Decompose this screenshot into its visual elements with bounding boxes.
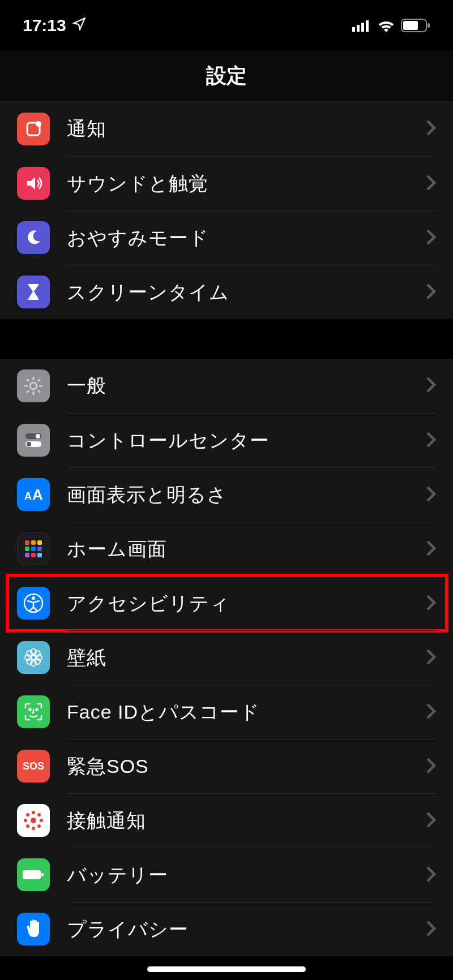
moon-icon (17, 221, 50, 254)
row-label: サウンドと触覚 (67, 171, 426, 197)
flower-icon (17, 641, 50, 674)
chevron-right-icon (426, 594, 436, 613)
svg-point-55 (31, 818, 36, 823)
row-accessibility[interactable]: アクセシビリティ (0, 576, 453, 630)
row-wallpaper[interactable]: 壁紙 (0, 630, 453, 685)
svg-line-17 (27, 390, 29, 393)
svg-rect-31 (31, 553, 36, 557)
svg-line-16 (38, 379, 40, 381)
chevron-right-icon (426, 703, 436, 722)
svg-rect-28 (31, 547, 36, 551)
svg-point-49 (24, 819, 27, 822)
row-label: 一般 (67, 373, 426, 399)
svg-rect-32 (37, 553, 42, 557)
row-exposure[interactable]: 接触通知 (0, 793, 453, 848)
row-label: ホーム画面 (67, 536, 426, 562)
row-battery[interactable]: バッテリー (0, 848, 453, 902)
row-label: アクセシビリティ (67, 591, 426, 617)
svg-point-34 (32, 596, 35, 600)
svg-point-9 (30, 382, 37, 389)
svg-point-50 (40, 819, 43, 822)
battery-row-icon (17, 858, 50, 891)
location-icon (72, 16, 87, 35)
svg-point-45 (36, 709, 38, 711)
svg-rect-3 (366, 20, 369, 32)
row-general[interactable]: 一般 (0, 359, 453, 413)
svg-rect-24 (25, 540, 29, 545)
sos-icon: SOS (17, 750, 50, 783)
exposure-icon (17, 804, 50, 837)
chevron-right-icon (426, 811, 436, 831)
svg-point-47 (32, 811, 35, 814)
status-right (352, 19, 430, 32)
row-label: コントロールセンター (67, 428, 426, 454)
cellular-icon (352, 19, 371, 32)
svg-point-51 (26, 813, 29, 816)
status-time: 17:13 (23, 16, 66, 35)
row-sounds[interactable]: サウンドと触覚 (0, 156, 453, 210)
row-notifications[interactable]: 通知 (0, 102, 453, 156)
svg-point-54 (26, 824, 29, 828)
home-indicator[interactable] (147, 966, 306, 972)
battery-icon (401, 19, 430, 32)
svg-rect-57 (41, 873, 44, 876)
chevron-right-icon (426, 174, 436, 194)
settings-section-1: 通知 サウンドと触覚 おやすみモード (0, 102, 453, 319)
chevron-right-icon (426, 376, 436, 396)
chevron-right-icon (426, 485, 436, 505)
svg-line-14 (27, 379, 29, 381)
svg-text:A: A (24, 491, 32, 502)
svg-rect-1 (357, 25, 360, 32)
row-privacy[interactable]: プライバシー (0, 902, 453, 956)
row-screentime[interactable]: スクリーンタイム (0, 265, 453, 319)
app-grid-icon (17, 532, 50, 565)
row-label: 通知 (67, 116, 426, 142)
svg-point-19 (36, 434, 40, 439)
svg-point-52 (37, 824, 41, 828)
svg-point-44 (29, 709, 31, 711)
svg-rect-29 (37, 547, 42, 551)
row-display[interactable]: AA 画面表示と明るさ (0, 467, 453, 522)
chevron-right-icon (426, 920, 436, 939)
chevron-right-icon (426, 283, 436, 302)
svg-rect-5 (403, 21, 418, 30)
chevron-right-icon (426, 648, 436, 668)
row-label: Face IDとパスコード (67, 699, 426, 725)
section-gap (0, 319, 453, 359)
row-dnd[interactable]: おやすみモード (0, 210, 453, 265)
row-label: 緊急SOS (67, 754, 426, 780)
chevron-right-icon (426, 866, 436, 885)
svg-rect-56 (23, 870, 41, 879)
row-label: 画面表示と明るさ (67, 482, 426, 508)
gear-icon (17, 369, 50, 402)
svg-point-8 (36, 121, 41, 127)
chevron-right-icon (426, 431, 436, 450)
row-control-center[interactable]: コントロールセンター (0, 413, 453, 467)
svg-rect-2 (361, 23, 364, 32)
row-sos[interactable]: SOS 緊急SOS (0, 739, 453, 793)
svg-rect-6 (428, 23, 430, 28)
row-label: おやすみモード (67, 225, 426, 251)
row-faceid[interactable]: Face IDとパスコード (0, 685, 453, 739)
svg-text:A: A (32, 486, 43, 503)
svg-line-15 (38, 390, 40, 393)
svg-rect-30 (25, 553, 29, 557)
wifi-icon (377, 19, 395, 32)
row-label: スクリーンタイム (67, 280, 426, 306)
row-label: 接触通知 (67, 808, 426, 834)
chevron-right-icon (426, 119, 436, 139)
page-title: 設定 (0, 51, 453, 102)
sounds-icon (17, 167, 50, 200)
toggles-icon (17, 424, 50, 457)
chevron-right-icon (426, 229, 436, 248)
status-left: 17:13 (23, 16, 87, 35)
chevron-right-icon (426, 540, 436, 559)
row-label: 壁紙 (67, 645, 426, 671)
row-home-screen[interactable]: ホーム画面 (0, 522, 453, 576)
svg-point-21 (27, 442, 31, 446)
svg-rect-0 (352, 27, 355, 32)
faceid-icon (17, 695, 50, 728)
row-label: プライバシー (67, 917, 426, 943)
text-size-icon: AA (17, 478, 50, 511)
settings-section-2: 一般 コントロールセンター AA 画面表示と明るさ (0, 359, 453, 956)
